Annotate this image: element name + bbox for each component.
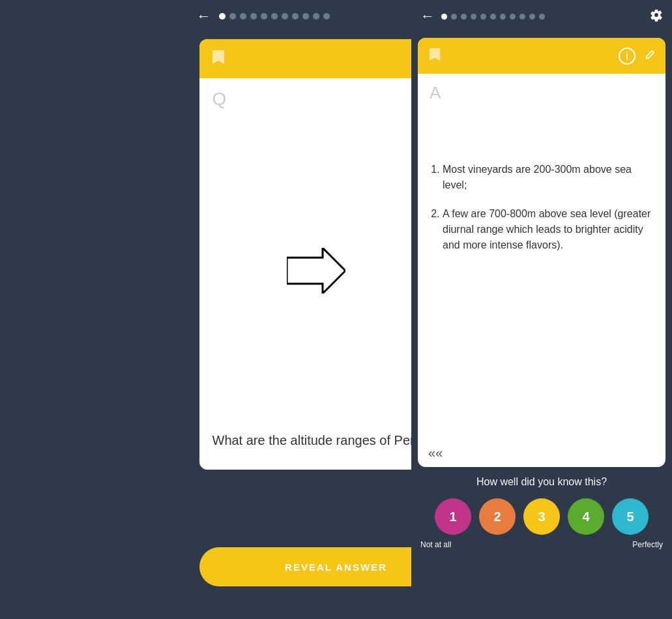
dot-1 [219,13,226,20]
answer-type-label: A [430,83,654,103]
dot-2 [229,13,236,20]
rdot-9 [519,14,525,20]
bookmark-icon[interactable] [211,49,226,69]
rdot-6 [490,14,496,20]
answer-edit-icon[interactable] [645,50,655,63]
right-progress-dots [441,14,646,20]
svg-marker-0 [287,248,345,294]
rdot-1 [441,14,447,20]
right-settings-icon[interactable] [650,8,663,25]
rating-buttons: 1 2 3 4 5 [435,498,649,535]
arrow-container [280,248,352,294]
rdot-10 [529,14,535,20]
dot-9 [302,13,309,20]
rating-section: How well did you know this? 1 2 3 4 5 No… [418,476,665,549]
right-back-button[interactable]: ← [420,8,435,25]
answer-card-header-icons: i [619,48,655,65]
dot-11 [323,13,330,20]
rdot-3 [461,14,467,20]
answer-bookmark-icon[interactable] [428,47,441,65]
rdot-8 [510,14,516,20]
rdot-11 [539,14,545,20]
left-back-button[interactable]: ← [197,8,211,25]
rdot-4 [471,14,476,20]
rating-btn-4[interactable]: 4 [568,498,604,535]
dot-7 [282,13,288,20]
dot-8 [292,13,299,20]
rating-btn-5[interactable]: 5 [612,498,649,535]
rdot-2 [451,14,457,20]
rdot-7 [500,14,506,20]
answer-list: Most vineyards are 200-300m above sea le… [430,162,654,266]
answer-card: i A Most vineyards are 200-300m above se… [418,38,665,467]
right-panel: ← [411,0,672,619]
rating-btn-1[interactable]: 1 [435,498,471,535]
list-item: A few are 700-800m above sea level (grea… [443,206,654,253]
list-item: Most vineyards are 200-300m above sea le… [443,162,654,193]
collapse-arrows[interactable]: «« [418,439,665,467]
rating-btn-2[interactable]: 2 [479,498,516,535]
rating-label-left: Not at all [420,540,451,549]
rating-label-right: Perfectly [632,540,663,549]
dot-3 [240,13,246,20]
dot-10 [313,13,319,20]
main-container: ← ⚙ [0,0,672,619]
rdot-5 [480,14,486,20]
dot-6 [271,13,278,20]
right-arrow-icon [287,248,345,294]
answer-card-body: A Most vineyards are 200-300m above sea … [418,74,665,439]
answer-info-icon[interactable]: i [619,48,635,65]
rating-labels: Not at all Perfectly [418,540,665,549]
dot-5 [261,13,267,20]
dot-4 [250,13,257,20]
answer-card-header: i [418,38,665,74]
right-top-nav: ← [411,0,672,33]
rating-btn-3[interactable]: 3 [523,498,560,535]
rating-question-label: How well did you know this? [476,476,607,488]
